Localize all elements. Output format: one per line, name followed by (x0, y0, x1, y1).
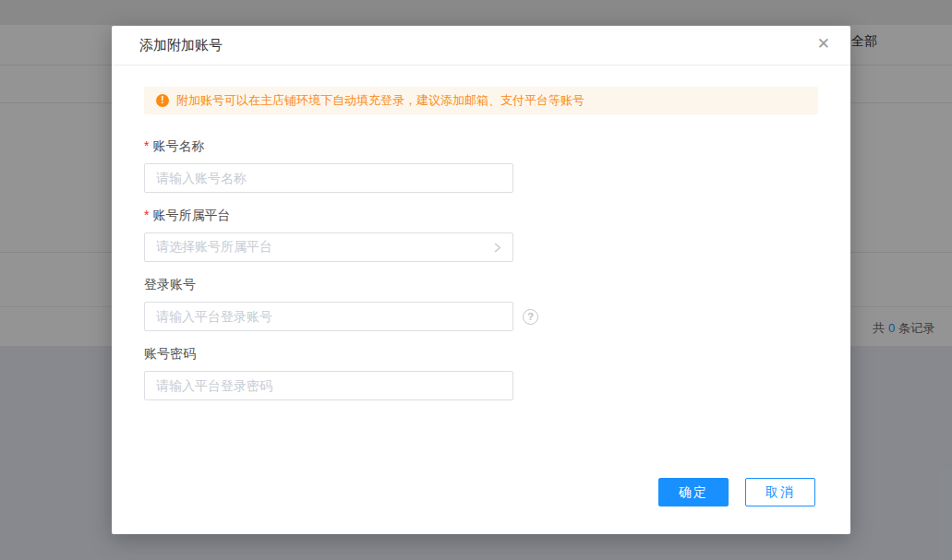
screen: 全部 共0条记录 添加附加账号 ✕ ! 附加账号可以在主店铺环境下自动填充登录，… (0, 0, 952, 560)
field-account-password: 账号密码 (144, 345, 818, 400)
platform-select-placeholder: 请选择账号所属平台 (156, 239, 272, 256)
account-name-label: *账号名称 (144, 137, 818, 155)
account-password-input[interactable] (144, 371, 513, 400)
required-mark: * (144, 138, 149, 153)
account-name-label-text: 账号名称 (152, 138, 204, 153)
platform-label: *账号所属平台 (144, 207, 818, 224)
close-icon[interactable]: ✕ (817, 35, 830, 54)
dialog-header: 添加附加账号 ✕ (112, 26, 850, 66)
dialog-body: ! 附加账号可以在主店铺环境下自动填充登录，建议添加邮箱、支付平台等账号 *账号… (112, 66, 850, 400)
confirm-button[interactable]: 确定 (658, 478, 729, 506)
platform-label-text: 账号所属平台 (152, 208, 230, 222)
help-icon[interactable]: ? (523, 309, 538, 325)
field-login-account: 登录账号 ? (144, 276, 818, 331)
info-icon: ! (156, 94, 169, 107)
required-mark: * (144, 208, 149, 222)
field-account-name: *账号名称 (144, 137, 818, 193)
notice-text: 附加账号可以在主店铺环境下自动填充登录，建议添加邮箱、支付平台等账号 (176, 92, 584, 109)
dialog-footer: 确定 取消 (658, 478, 815, 506)
cancel-button[interactable]: 取消 (745, 478, 815, 506)
field-platform: *账号所属平台 请选择账号所属平台 (144, 207, 818, 262)
login-account-label-text: 登录账号 (144, 277, 196, 292)
account-password-label-text: 账号密码 (144, 346, 196, 361)
account-form: *账号名称 *账号所属平台 请选择账号所属平台 (144, 137, 818, 400)
chevron-right-icon (491, 242, 503, 254)
account-password-label: 账号密码 (144, 345, 818, 363)
login-account-input[interactable] (144, 302, 513, 331)
dialog-title: 添加附加账号 (139, 37, 223, 54)
login-account-label: 登录账号 (144, 276, 818, 293)
notice-banner: ! 附加账号可以在主店铺环境下自动填充登录，建议添加邮箱、支付平台等账号 (144, 87, 818, 114)
add-account-dialog: 添加附加账号 ✕ ! 附加账号可以在主店铺环境下自动填充登录，建议添加邮箱、支付… (112, 26, 850, 534)
account-name-input[interactable] (144, 163, 513, 193)
platform-select[interactable]: 请选择账号所属平台 (144, 232, 513, 262)
